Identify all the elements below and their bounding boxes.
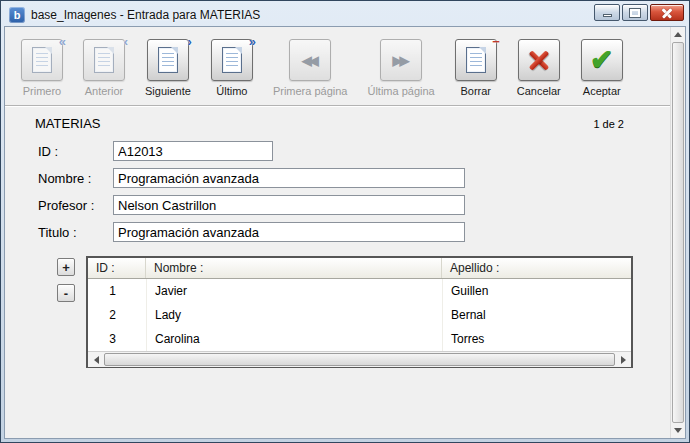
toolbar-label: Anterior [85,85,124,97]
app-icon: b [9,7,25,23]
field-row-profesor: Profesor : [38,195,670,215]
scroll-right-button[interactable] [615,352,631,367]
last-record-badge: » [249,37,256,47]
detail-table: ID : Nombre : Apellido : 1 Javier Guille… [86,256,633,368]
toolbar-button-anterior[interactable]: ‹ Anterior [83,39,125,97]
accept-icon: ✔ [590,46,613,74]
field-row-titulo: Titulo : [38,222,670,242]
toolbar-button-cancelar[interactable]: Cancelar [517,39,561,97]
cell-apellido: Torres [442,327,631,351]
last-record-icon [222,47,242,73]
toolbar-button-primero[interactable]: « Primero [21,39,63,97]
scroll-up-icon [674,32,682,37]
toolbar-label: Última página [367,85,434,97]
profesor-field[interactable] [113,195,465,215]
scroll-down-button[interactable] [671,423,685,438]
toolbar-label: Siguiente [145,85,191,97]
remove-row-button[interactable]: - [57,284,75,302]
toolbar-button-ultimo[interactable]: » Último [211,39,253,97]
profesor-label: Profesor : [38,198,113,213]
scroll-down-icon [674,428,682,433]
next-record-badge: › [188,37,192,47]
toolbar-button-aceptar[interactable]: ✔ Aceptar [581,39,623,97]
toolbar: « Primero ‹ Anterior › Siguiente » Últim… [5,27,670,106]
scroll-left-button[interactable] [88,352,104,367]
window-vertical-scrollbar[interactable] [670,27,685,438]
table-row[interactable]: 2 Lady Bernal [88,303,631,327]
scroll-right-icon [621,356,626,364]
maximize-icon [630,9,640,17]
window-controls [594,4,684,21]
scroll-up-button[interactable] [671,27,685,42]
cell-apellido: Guillen [442,279,631,303]
toolbar-label: Borrar [460,85,491,97]
cell-nombre: Carolina [146,327,442,351]
table-row[interactable]: 3 Carolina Torres [88,327,631,351]
cell-id: 2 [88,308,146,322]
titlebar[interactable]: b base_Imagenes - Entrada para MATERIAS [4,1,686,26]
minimize-icon [603,14,612,17]
cancel-icon [527,48,551,72]
delete-record-badge: − [492,37,500,47]
titulo-field[interactable] [113,222,465,242]
toolbar-button-borrar[interactable]: − Borrar [455,39,497,97]
first-record-icon [32,47,52,73]
nombre-field[interactable] [113,168,465,188]
header-apellido[interactable]: Apellido : [442,258,631,278]
toolbar-label: Primero [23,85,62,97]
detail-table-header: ID : Nombre : Apellido : [88,258,631,279]
cell-id: 3 [88,332,146,346]
cell-apellido: Bernal [442,303,631,327]
vertical-scroll-thumb[interactable] [672,42,684,423]
client-area: « Primero ‹ Anterior › Siguiente » Últim… [4,26,686,439]
first-page-icon: ◀◀ [302,53,319,68]
maximize-button[interactable] [622,4,648,21]
delete-record-icon [466,47,486,73]
toolbar-label: Aceptar [583,85,621,97]
first-record-badge: « [59,37,66,47]
next-record-icon [158,47,178,73]
field-row-nombre: Nombre : [38,168,670,188]
table-horizontal-scrollbar[interactable] [88,351,631,367]
horizontal-scroll-thumb[interactable] [104,353,615,366]
toolbar-label: Último [216,85,247,97]
cell-nombre: Lady [146,303,442,327]
section-label: MATERIAS [35,116,101,131]
titulo-label: Titulo : [38,225,113,240]
toolbar-button-primera-pagina[interactable]: ◀◀ Primera página [273,39,348,97]
close-button[interactable] [650,4,684,21]
close-icon [661,7,673,19]
header-id[interactable]: ID : [88,258,146,278]
toolbar-label: Primera página [273,85,348,97]
toolbar-button-ultima-pagina[interactable]: ▶▶ Última página [367,39,434,97]
minimize-button[interactable] [594,4,620,21]
app-window: b base_Imagenes - Entrada para MATERIAS … [0,0,690,443]
form-header-row: MATERIAS 1 de 2 [5,106,670,131]
cell-nombre: Javier [146,279,442,303]
toolbar-button-siguiente[interactable]: › Siguiente [145,39,191,97]
record-indicator: 1 de 2 [593,118,624,130]
window-title: base_Imagenes - Entrada para MATERIAS [31,8,260,22]
row-edit-buttons: + - [57,256,75,368]
nombre-label: Nombre : [38,171,113,186]
previous-record-badge: ‹ [124,37,128,47]
field-row-id: ID : [38,141,670,161]
table-row[interactable]: 1 Javier Guillen [88,279,631,303]
id-label: ID : [38,144,113,159]
scroll-left-icon [94,356,99,364]
cell-id: 1 [88,284,146,298]
id-field[interactable] [113,141,273,161]
detail-table-section: + - ID : Nombre : Apellido : 1 Javier Gu… [57,256,670,368]
header-nombre[interactable]: Nombre : [146,258,442,278]
materias-form: ID : Nombre : Profesor : Titulo : [38,141,670,242]
add-row-button[interactable]: + [57,258,75,276]
last-page-icon: ▶▶ [393,53,410,68]
previous-record-icon [94,47,114,73]
toolbar-label: Cancelar [517,85,561,97]
